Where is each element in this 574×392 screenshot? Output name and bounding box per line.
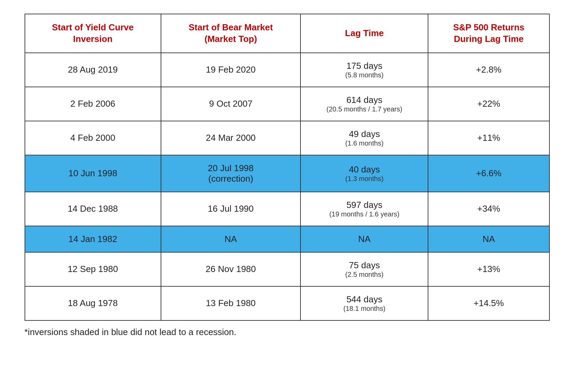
- inversion-date: 2 Feb 2006: [25, 87, 161, 121]
- table-row: 18 Aug 197813 Feb 1980544 days(18.1 mont…: [25, 286, 549, 320]
- sp500-returns: +13%: [428, 252, 549, 286]
- lag-primary: 175 days: [307, 61, 422, 71]
- footnote-text: *inversions shaded in blue did not lead …: [25, 327, 550, 337]
- inversion-date: 18 Aug 1978: [25, 286, 161, 320]
- lag-secondary: (19 months / 1.6 years): [307, 210, 422, 218]
- lag-time: NA: [300, 226, 428, 252]
- lag-primary: NA: [307, 234, 422, 244]
- col1-header: Start of Yield CurveInversion: [25, 14, 161, 53]
- lag-secondary: (20.5 months / 1.7 years): [307, 105, 422, 113]
- bear-market-date: 24 Mar 2000: [161, 121, 301, 155]
- lag-primary: 49 days: [307, 129, 422, 139]
- yield-curve-table: Start of Yield CurveInversion Start of B…: [25, 14, 550, 321]
- sp500-returns: +34%: [428, 192, 549, 226]
- inversion-date: 28 Aug 2019: [25, 53, 161, 87]
- table-row: 4 Feb 200024 Mar 200049 days(1.6 months)…: [25, 121, 549, 155]
- sp500-returns: +14.5%: [428, 286, 549, 320]
- lag-primary: 544 days: [307, 294, 422, 305]
- lag-secondary: (1.6 months): [307, 139, 422, 147]
- lag-time: 597 days(19 months / 1.6 years): [300, 192, 428, 226]
- lag-secondary: (18.1 months): [307, 305, 422, 313]
- table-row: 2 Feb 20069 Oct 2007614 days(20.5 months…: [25, 87, 549, 121]
- bear-market-date: 19 Feb 2020: [161, 53, 301, 87]
- lag-secondary: (2.5 months): [307, 271, 422, 278]
- lag-time: 614 days(20.5 months / 1.7 years): [300, 87, 428, 121]
- table-row: 14 Dec 198816 Jul 1990597 days(19 months…: [25, 192, 549, 226]
- lag-secondary: (1.3 months): [307, 175, 422, 183]
- inversion-date: 12 Sep 1980: [25, 252, 161, 286]
- lag-secondary: (5.8 months): [307, 71, 422, 79]
- bear-market-date: 16 Jul 1990: [161, 192, 301, 226]
- inversion-date: 14 Dec 1988: [25, 192, 161, 226]
- table-row: 28 Aug 201919 Feb 2020175 days(5.8 month…: [25, 53, 549, 87]
- lag-time: 49 days(1.6 months): [300, 121, 428, 155]
- sp500-returns: +2.8%: [428, 53, 549, 87]
- lag-primary: 75 days: [307, 260, 422, 271]
- lag-time: 40 days(1.3 months): [300, 155, 428, 192]
- col3-header: Lag Time: [300, 14, 428, 53]
- table-row: 14 Jan 1982NANANA: [25, 226, 549, 252]
- lag-time: 544 days(18.1 months): [300, 286, 428, 320]
- sp500-returns: +6.6%: [428, 155, 549, 192]
- lag-primary: 597 days: [307, 200, 422, 210]
- table-row: 10 Jun 199820 Jul 1998(correction)40 day…: [25, 155, 549, 192]
- bear-market-date: 26 Nov 1980: [161, 252, 301, 286]
- bear-market-date: NA: [161, 226, 301, 252]
- lag-primary: 40 days: [307, 164, 422, 175]
- lag-time: 175 days(5.8 months): [300, 53, 428, 87]
- main-container: Start of Yield CurveInversion Start of B…: [25, 14, 550, 337]
- inversion-date: 10 Jun 1998: [25, 155, 161, 192]
- inversion-date: 14 Jan 1982: [25, 226, 161, 252]
- bear-market-date: 13 Feb 1980: [161, 286, 301, 320]
- bear-market-date: 20 Jul 1998(correction): [161, 155, 301, 192]
- sp500-returns: +22%: [428, 87, 549, 121]
- table-row: 12 Sep 198026 Nov 198075 days(2.5 months…: [25, 252, 549, 286]
- col2-header: Start of Bear Market(Market Top): [161, 14, 301, 53]
- lag-time: 75 days(2.5 months): [300, 252, 428, 286]
- col4-header: S&P 500 ReturnsDuring Lag Time: [428, 14, 549, 53]
- inversion-date: 4 Feb 2000: [25, 121, 161, 155]
- lag-primary: 614 days: [307, 95, 422, 105]
- bear-market-date: 9 Oct 2007: [161, 87, 301, 121]
- sp500-returns: +11%: [428, 121, 549, 155]
- table-header-row: Start of Yield CurveInversion Start of B…: [25, 14, 549, 53]
- sp500-returns: NA: [428, 226, 549, 252]
